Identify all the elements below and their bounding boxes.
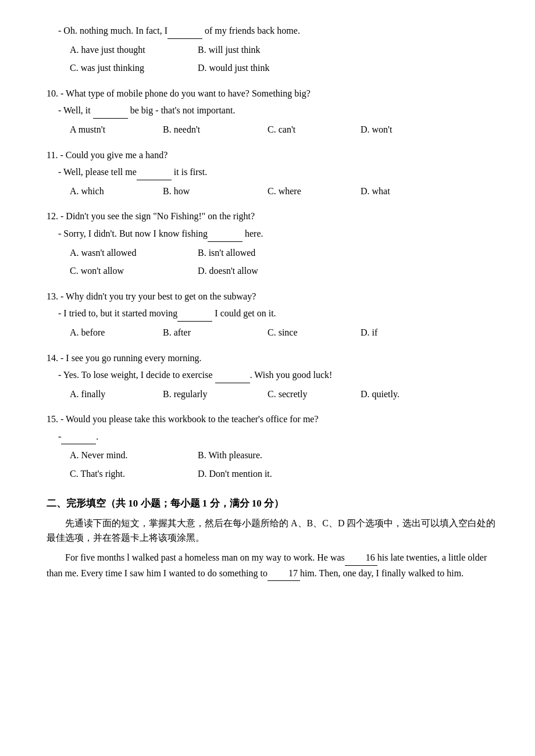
q15-dialogue-1: 15. - Would you please take this workboo… <box>47 412 500 427</box>
q15-options-2: C. That's right. D. Don't mention it. <box>70 466 500 482</box>
q12-blank <box>208 226 242 242</box>
question-11-block: 11. - Could you give me a hand? - Well, … <box>47 148 500 199</box>
q10-option-d: D. won't <box>361 122 454 137</box>
q15-blank <box>61 429 96 445</box>
blank-17: 17 <box>268 566 300 582</box>
q10-option-c: C. can't <box>268 122 361 137</box>
q15-option-a: A. Never mind. <box>70 448 198 463</box>
q11-option-a: A. which <box>70 184 163 199</box>
q12-option-c: C. won't allow <box>70 263 198 279</box>
q10-options: A mustn't B. needn't C. can't D. won't <box>70 122 500 137</box>
q12-options-1: A. wasn't allowed B. isn't allowed <box>70 245 500 261</box>
q9-option-d: D. would just think <box>198 60 326 76</box>
q11-option-c: C. where <box>268 184 361 199</box>
q14-option-b: B. regularly <box>163 387 268 402</box>
q13-options: A. before B. after C. since D. if <box>70 325 500 340</box>
q15-option-d: D. Don't mention it. <box>198 466 326 482</box>
q13-option-a: A. before <box>70 325 163 340</box>
q9-options: A. have just thought B. will just think <box>70 42 500 58</box>
q11-dialogue-2: - Well, please tell me it is first. <box>58 165 500 180</box>
q12-option-d: D. doesn't allow <box>198 263 326 279</box>
q11-option-b: B. how <box>163 184 268 199</box>
q13-option-c: C. since <box>268 325 361 340</box>
q10-dialogue-1: 10. - What type of mobile phone do you w… <box>47 86 500 101</box>
q15-options-1: A. Never mind. B. With pleasure. <box>70 448 500 463</box>
q11-dialogue-1: 11. - Could you give me a hand? <box>47 148 500 163</box>
question-15-block: 15. - Would you please take this workboo… <box>47 412 500 481</box>
q12-dialogue-1: 12. - Didn't you see the sign "No Fishin… <box>47 209 500 224</box>
q9-option-a: A. have just thought <box>70 42 198 58</box>
q13-option-d: D. if <box>361 325 454 340</box>
section2-intro: 先通读下面的短文，掌握其大意，然后在每小题所给的 A、B、C、D 四个选项中，选… <box>47 516 500 545</box>
q12-options-2: C. won't allow D. doesn't allow <box>70 263 500 279</box>
q9-dialogue: - Oh. nothing much. In fact, I of my fri… <box>58 23 500 39</box>
section2-header: 二、完形填空（共 10 小题；每小题 1 分，满分 10 分） <box>47 495 500 511</box>
q11-option-d: D. what <box>361 184 454 199</box>
q14-option-d: D. quietly. <box>361 387 454 402</box>
question-13-block: 13. - Why didn't you try your best to ge… <box>47 289 500 340</box>
passage-paragraph-1: For five months l walked past a homeless… <box>47 550 500 581</box>
question-9-block: - Oh. nothing much. In fact, I of my fri… <box>47 23 500 76</box>
question-10-block: 10. - What type of mobile phone do you w… <box>47 86 500 137</box>
q14-dialogue-1: 14. - I see you go running every morning… <box>47 351 500 366</box>
q14-dialogue-2: - Yes. To lose weight, I decide to exerc… <box>58 368 500 383</box>
q12-dialogue-2: - Sorry, I didn't. But now I know fishin… <box>58 226 500 242</box>
q13-blank <box>177 306 212 322</box>
q13-option-b: B. after <box>163 325 268 340</box>
q12-option-a: A. wasn't allowed <box>70 245 198 261</box>
question-14-block: 14. - I see you go running every morning… <box>47 351 500 402</box>
q10-dialogue-2: - Well, it be big - that's not important… <box>58 103 500 119</box>
q14-option-c: C. secretly <box>268 387 361 402</box>
q14-blank <box>215 368 250 383</box>
q10-option-a: A mustn't <box>70 122 163 137</box>
q15-option-b: B. With pleasure. <box>198 448 326 463</box>
q11-blank <box>137 165 172 180</box>
q12-option-b: B. isn't allowed <box>198 245 326 261</box>
q9-blank <box>167 23 202 39</box>
q10-option-b: B. needn't <box>163 122 268 137</box>
q9-options-2: C. was just thinking D. would just think <box>70 60 500 76</box>
q9-option-b: B. will just think <box>198 42 326 58</box>
q14-options: A. finally B. regularly C. secretly D. q… <box>70 387 500 402</box>
question-12-block: 12. - Didn't you see the sign "No Fishin… <box>47 209 500 278</box>
q15-dialogue-2: - . <box>58 429 500 445</box>
blank-16: 16 <box>345 550 377 566</box>
q13-dialogue-2: - I tried to, but it started moving I co… <box>58 306 500 322</box>
q11-options: A. which B. how C. where D. what <box>70 184 500 199</box>
q13-dialogue-1: 13. - Why didn't you try your best to ge… <box>47 289 500 304</box>
q14-option-a: A. finally <box>70 387 163 402</box>
q9-option-c: C. was just thinking <box>70 60 198 76</box>
q10-blank <box>93 103 128 119</box>
q15-option-c: C. That's right. <box>70 466 198 482</box>
